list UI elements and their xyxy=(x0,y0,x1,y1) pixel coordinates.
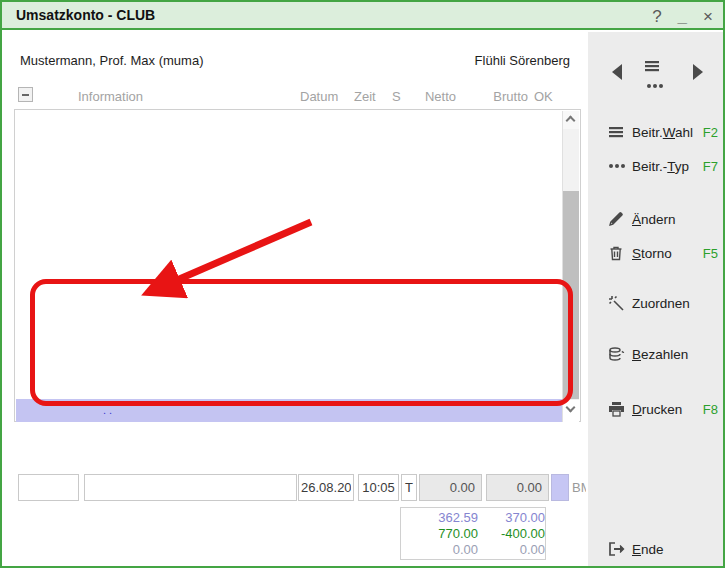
sidebar-button-aendern[interactable]: Ändern xyxy=(608,209,720,229)
sidebar-button-beitr-typ[interactable]: Beitr.-Typ F7 xyxy=(608,156,720,176)
sidebar-button-drucken[interactable]: Drucken F8 xyxy=(608,399,720,419)
main-panel: Mustermann, Prof. Max (muma) Flühli Söre… xyxy=(2,32,586,566)
sidebar-button-ende[interactable]: Ende xyxy=(608,539,720,559)
fkey-label: F5 xyxy=(703,246,718,261)
totals-box: 362.59370.00 770.00-400.00 0.000.00 xyxy=(400,507,546,560)
previous-member-icon[interactable] xyxy=(612,64,622,80)
exit-icon xyxy=(608,541,625,558)
info-input[interactable] xyxy=(84,474,297,501)
dots-icon xyxy=(608,158,625,175)
sidebar-button-bezahlen[interactable]: Bezahlen xyxy=(608,344,720,364)
scroll-up-icon[interactable] xyxy=(563,111,579,129)
selected-row[interactable]: . . xyxy=(16,399,564,422)
column-header-netto: Netto xyxy=(396,89,456,104)
transaction-table: . . xyxy=(14,109,581,422)
app-window: Umsatzkonto - CLUB ? _ × Mustermann, Pro… xyxy=(0,0,725,568)
code-input[interactable] xyxy=(18,474,79,501)
printer-icon xyxy=(608,401,625,418)
nav-more-icon[interactable] xyxy=(646,78,664,98)
column-header-brutto: Brutto xyxy=(460,89,528,104)
pencil-icon xyxy=(608,211,625,228)
fkey-label: F8 xyxy=(703,402,718,417)
trash-icon xyxy=(608,245,625,262)
column-header-ok: OK xyxy=(534,89,553,104)
coins-icon xyxy=(608,346,625,363)
window-title: Umsatzkonto - CLUB xyxy=(2,7,155,23)
sidebar-button-storno[interactable]: Storno F5 xyxy=(608,243,720,263)
netto-input[interactable] xyxy=(419,474,482,501)
window-controls: ? _ × xyxy=(652,2,713,30)
column-header-information: Information xyxy=(78,89,143,104)
date-input[interactable] xyxy=(298,474,354,501)
bm-label: BM xyxy=(572,480,586,495)
collapse-all-icon[interactable] xyxy=(18,87,33,102)
color-swatch[interactable] xyxy=(551,474,569,501)
help-icon[interactable]: ? xyxy=(652,8,661,25)
brutto-input[interactable] xyxy=(486,474,549,501)
sidebar-button-zuordnen[interactable]: Zuordnen xyxy=(608,293,720,313)
minimize-icon[interactable]: _ xyxy=(678,8,687,25)
totals-open-row: 362.59370.00 xyxy=(401,510,545,526)
menu-icon xyxy=(608,124,625,141)
s-flag-input[interactable] xyxy=(401,474,417,501)
nav-menu-icon[interactable] xyxy=(644,58,660,78)
column-header-zeit: Zeit xyxy=(354,89,376,104)
sidebar-button-beitr-wahl[interactable]: Beitr.Wahl F2 xyxy=(608,122,720,142)
fkey-label: F7 xyxy=(703,159,718,174)
fkey-label: F2 xyxy=(703,125,718,140)
wand-icon xyxy=(608,295,625,312)
club-name: Flühli Sörenberg xyxy=(475,53,570,68)
totals-paid-row: 770.00-400.00 xyxy=(401,526,545,542)
close-icon[interactable]: × xyxy=(703,8,713,25)
next-member-icon[interactable] xyxy=(693,64,703,80)
sidebar: Beitr.Wahl F2 Beitr.-Typ F7 Ändern Storn… xyxy=(588,32,725,566)
totals-balance-row: 0.000.00 xyxy=(401,542,545,558)
title-bar: Umsatzkonto - CLUB ? _ × xyxy=(2,2,723,30)
scroll-down-icon[interactable] xyxy=(563,400,579,422)
scrollbar-thumb[interactable] xyxy=(563,191,579,399)
vertical-scrollbar[interactable] xyxy=(562,111,579,422)
column-header-datum: Datum xyxy=(300,89,338,104)
member-name: Mustermann, Prof. Max (muma) xyxy=(20,53,204,68)
time-input[interactable] xyxy=(358,474,399,501)
